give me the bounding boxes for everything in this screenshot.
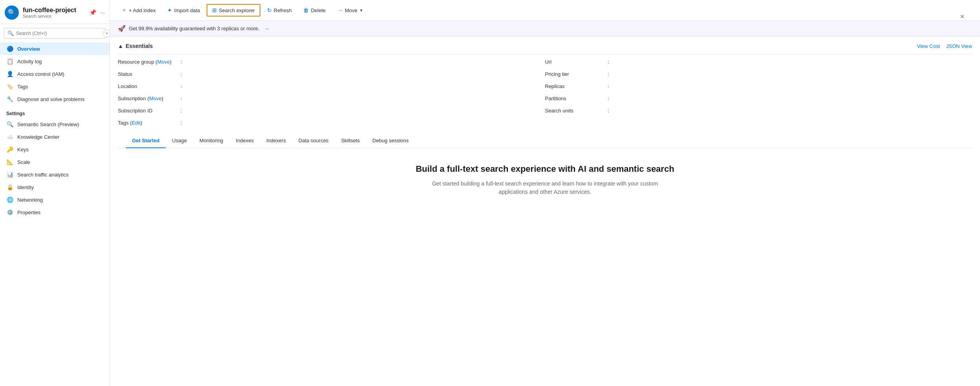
semantic-search-icon: 🔍 xyxy=(6,121,13,127)
tab-usage[interactable]: Usage xyxy=(166,134,193,148)
essentials-subscription-id: Subscription ID : xyxy=(118,106,545,115)
sidebar-item-identity[interactable]: 🔒 Identity xyxy=(0,181,110,193)
properties-icon: ⚙️ xyxy=(6,209,13,215)
resource-group-label: Resource group (Move) xyxy=(118,59,181,65)
search-traffic-icon: 📊 xyxy=(6,171,13,178)
url-label: Url xyxy=(545,59,608,65)
replicas-label: Replicas xyxy=(545,83,608,89)
pin-icon[interactable]: 📌 xyxy=(89,9,97,16)
essentials-resource-group: Resource group (Move) : xyxy=(118,57,545,66)
tags-edit-link[interactable]: Edit xyxy=(132,120,140,126)
tab-get-started[interactable]: Get Started xyxy=(126,134,166,148)
refresh-icon: ↻ xyxy=(267,7,272,13)
sidebar-item-scale[interactable]: 📐 Scale xyxy=(0,156,110,168)
sidebar-item-networking[interactable]: 🌐 Networking xyxy=(0,193,110,206)
tab-indexes[interactable]: Indexes xyxy=(229,134,260,148)
app-title: fun-coffee-project xyxy=(23,7,85,14)
sidebar-title-block: fun-coffee-project Search service xyxy=(23,7,85,18)
tags-label: Tags (Edit) xyxy=(118,120,181,126)
close-button[interactable]: × xyxy=(960,13,964,21)
content-area: 🚀 Get 99.9% availability guaranteed with… xyxy=(110,21,980,386)
pricing-tier-colon: : xyxy=(608,71,610,77)
tab-content-title: Build a full-text search experience with… xyxy=(126,164,964,174)
search-input[interactable] xyxy=(16,31,102,36)
toolbar: ＋ + Add index ✦ Import data ⊞ Search exp… xyxy=(110,0,980,21)
essentials-search-units: Search units : xyxy=(545,106,973,115)
sidebar-item-access-control-label: Access control (IAM) xyxy=(17,71,64,77)
search-explorer-button[interactable]: ⊞ Search explorer xyxy=(207,4,260,17)
subscription-id-label: Subscription ID xyxy=(118,108,181,114)
essentials-partitions: Partitions : xyxy=(545,94,973,103)
essentials-url: Url : xyxy=(545,57,973,66)
import-data-label: Import data xyxy=(174,7,200,13)
tab-data-sources[interactable]: Data sources xyxy=(292,134,335,148)
sidebar-item-diagnose[interactable]: 🔧 Diagnose and solve problems xyxy=(0,93,110,105)
json-view-link[interactable]: JSON View xyxy=(946,43,972,49)
delete-button[interactable]: 🗑 Delete xyxy=(298,4,331,16)
add-index-icon: ＋ xyxy=(121,7,127,14)
add-index-label: + Add index xyxy=(129,7,156,13)
banner-arrow[interactable]: → xyxy=(264,26,269,31)
sidebar-item-semantic-search-label: Semantic Search (Preview) xyxy=(17,121,79,127)
search-units-colon: : xyxy=(608,108,610,114)
refresh-button[interactable]: ↻ Refresh xyxy=(262,4,297,16)
sidebar-item-knowledge-center[interactable]: ☁️ Knowledge Center xyxy=(0,131,110,143)
sidebar-item-scale-label: Scale xyxy=(17,159,30,165)
sidebar-item-activity-log[interactable]: 📋 Activity log xyxy=(0,55,110,68)
sidebar-item-access-control[interactable]: 👤 Access control (IAM) xyxy=(0,68,110,80)
sidebar-item-semantic-search[interactable]: 🔍 Semantic Search (Preview) xyxy=(0,118,110,131)
banner-icon: 🚀 xyxy=(118,25,126,32)
main-panel: × ＋ + Add index ✦ Import data ⊞ Search e… xyxy=(110,0,980,386)
tab-skillsets[interactable]: Skillsets xyxy=(335,134,366,148)
location-label: Location xyxy=(118,83,181,89)
view-cost-link[interactable]: View Cost xyxy=(917,43,940,49)
sidebar-item-tags[interactable]: 🏷️ Tags xyxy=(0,80,110,93)
sidebar-item-search-traffic[interactable]: 📊 Search traffic analytics xyxy=(0,168,110,181)
search-explorer-label: Search explorer xyxy=(219,7,255,13)
move-button[interactable]: → Move ▾ xyxy=(332,4,368,16)
essentials-left-col: Resource group (Move) : Status : Locatio… xyxy=(118,57,545,127)
essentials-subscription: Subscription (Move) : xyxy=(118,94,545,103)
add-index-button[interactable]: ＋ + Add index xyxy=(116,4,161,17)
tab-debug-sessions[interactable]: Debug sessions xyxy=(366,134,415,148)
delete-label: Delete xyxy=(311,7,326,13)
sidebar-item-properties[interactable]: ⚙️ Properties xyxy=(0,206,110,219)
resource-group-move-link[interactable]: Move xyxy=(157,59,170,65)
sidebar-item-properties-label: Properties xyxy=(17,210,40,215)
subscription-label: Subscription (Move) xyxy=(118,96,181,101)
sidebar-item-identity-label: Identity xyxy=(17,184,34,190)
essentials-title-text: Essentials xyxy=(126,43,153,49)
sidebar-item-overview[interactable]: 🔵 Overview xyxy=(0,42,110,55)
banner: 🚀 Get 99.9% availability guaranteed with… xyxy=(110,21,980,37)
sidebar-item-keys-label: Keys xyxy=(17,147,29,153)
sidebar-item-activity-log-label: Activity log xyxy=(17,59,42,64)
search-icon: 🔍 xyxy=(7,30,14,36)
essentials-grid: Resource group (Move) : Status : Locatio… xyxy=(118,54,972,127)
tab-indexers[interactable]: Indexers xyxy=(260,134,292,148)
tags-icon: 🏷️ xyxy=(6,83,13,90)
tab-monitoring[interactable]: Monitoring xyxy=(193,134,230,148)
access-control-icon: 👤 xyxy=(6,71,13,77)
overview-icon: 🔵 xyxy=(6,46,13,52)
search-units-label: Search units xyxy=(545,108,608,114)
collapse-essentials-icon[interactable]: ▲ xyxy=(118,43,123,49)
essentials-replicas: Replicas : xyxy=(545,82,973,91)
subscription-move-link[interactable]: Move xyxy=(149,96,161,101)
sidebar-header-icons: 📌 ··· xyxy=(89,9,105,16)
more-icon[interactable]: ··· xyxy=(100,9,105,16)
status-label: Status xyxy=(118,71,181,77)
move-icon: → xyxy=(337,7,343,13)
sidebar-item-networking-label: Networking xyxy=(17,197,43,203)
app-subtitle: Search service xyxy=(23,14,85,18)
sidebar-item-keys[interactable]: 🔑 Keys xyxy=(0,143,110,156)
sidebar-nav: 🔵 Overview 📋 Activity log 👤 Access contr… xyxy=(0,42,110,386)
collapse-sidebar-button[interactable]: « xyxy=(103,29,110,37)
keys-icon: 🔑 xyxy=(6,146,13,153)
scale-icon: 📐 xyxy=(6,159,13,165)
essentials-location: Location : xyxy=(118,82,545,91)
essentials-header: ▲ Essentials View Cost JSON View xyxy=(118,43,972,49)
partitions-colon: : xyxy=(608,96,610,101)
essentials-right-col: Url : Pricing tier : Replicas : Partitio… xyxy=(545,57,973,127)
resource-group-colon: : xyxy=(181,59,182,65)
import-data-button[interactable]: ✦ Import data xyxy=(162,4,205,16)
